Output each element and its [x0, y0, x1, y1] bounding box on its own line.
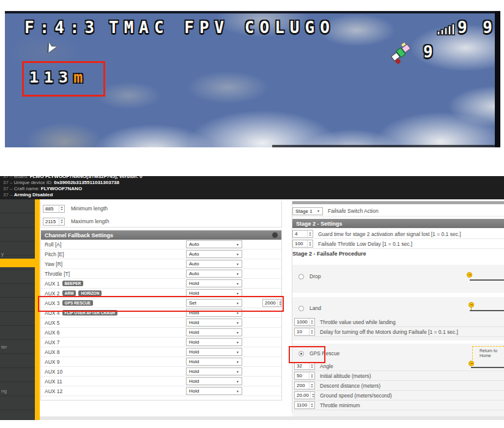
channel-label: Roll [A] — [45, 242, 61, 248]
sidebar-tab-fragment[interactable]: ng — [1, 388, 7, 394]
panel-title: Channel Fallback Settings — [45, 232, 113, 238]
fallback-mode-select[interactable]: Hold▼ — [186, 387, 242, 395]
fallback-mode-select[interactable]: Hold▼ — [186, 377, 242, 385]
fallback-mode-select[interactable]: Hold▼ — [186, 319, 242, 327]
panel-title: Stage 2 - Settings — [296, 221, 343, 227]
ground-line — [470, 279, 504, 281]
chevron-down-icon: ▼ — [236, 370, 239, 374]
channel-fallback-header: Channel Fallback Settings — [41, 231, 281, 240]
mode-badge: BEEPER — [62, 281, 84, 286]
land-delay-label: Delay for turning off the Motors during … — [320, 329, 458, 335]
sidebar-tab-fragment[interactable]: y — [1, 251, 4, 257]
max-length-label: Maximum length — [71, 218, 109, 224]
fallback-mode-select[interactable]: Hold▼ — [186, 279, 242, 287]
table-row: AUX 8 Hold▼ — [41, 347, 281, 357]
gear-icon[interactable] — [272, 232, 278, 238]
table-row: AUX 12 Hold▼ — [41, 386, 281, 396]
input-value: 1000 — [297, 319, 308, 325]
descent-distance-input[interactable]: 200 ▲▼ — [294, 382, 315, 389]
stepper-arrows-icon[interactable]: ▲▼ — [307, 231, 313, 237]
table-row: AUX 7 Hold▼ — [41, 338, 281, 347]
stepper-arrows-icon[interactable]: ▲▼ — [59, 205, 64, 212]
ground-speed-row: 20.00 ▲▼ Ground speed (meters/second) — [294, 391, 504, 400]
select-value: Auto — [189, 271, 199, 276]
channel-label: AUX 10 — [45, 369, 62, 375]
fallback-mode-select[interactable]: Hold▼ — [186, 338, 242, 346]
land-throttle-input[interactable]: 1000 ▲▼ — [294, 318, 315, 326]
table-row: Roll [A] Auto▼ — [41, 240, 281, 249]
throttle-low-delay-input[interactable]: 100 ▲▼ — [292, 240, 313, 248]
tab-sidebar: y ter ng — [0, 199, 35, 420]
video-edge-right — [495, 11, 500, 147]
fallback-mode-select[interactable]: Hold▼ — [186, 358, 242, 366]
land-radio[interactable] — [298, 306, 304, 311]
stepper-arrows-icon[interactable]: ▲▼ — [309, 402, 314, 408]
stepper-arrows-icon[interactable]: ▲▼ — [310, 392, 316, 399]
min-length-row: 885 ▲▼ Minimum length — [41, 203, 281, 214]
fallback-mode-select[interactable]: Auto▼ — [186, 240, 242, 248]
chevron-down-icon: ▼ — [236, 253, 239, 256]
stepper-arrows-icon[interactable]: ▲▼ — [309, 372, 314, 379]
failsafe-procedure-title: Stage 2 - Failsafe Procedure — [292, 251, 366, 257]
select-value: Hold — [189, 281, 199, 286]
mode-badge: ARM — [62, 290, 76, 296]
stepper-arrows-icon[interactable]: ▲▼ — [59, 218, 64, 225]
chevron-down-icon: ▼ — [236, 321, 239, 325]
initial-altitude-input[interactable]: 50 ▲▼ — [294, 372, 315, 380]
table-row: AUX 1 BEEPER Hold▼ — [41, 279, 281, 289]
mode-badge: HORIZON — [78, 290, 102, 296]
stepper-arrows-icon[interactable]: ▲▼ — [309, 363, 314, 369]
home-direction-arrow-icon: ➤ — [41, 40, 61, 57]
table-row: Throttle [T] Auto▼ — [41, 269, 281, 279]
stepper-arrows-icon[interactable]: ▲▼ — [309, 328, 314, 335]
stepper-arrows-icon[interactable]: ▲▼ — [307, 240, 313, 247]
failsafe-switch-action-select[interactable]: Stage 1▼ — [292, 207, 323, 215]
fallback-mode-select[interactable]: Auto▼ — [186, 260, 242, 268]
channel-label: Pitch [E] — [45, 251, 64, 257]
sidebar-tab-fragment[interactable]: ter — [1, 344, 7, 350]
drone-marker-icon — [467, 272, 472, 278]
drone-marker-icon — [469, 361, 474, 366]
table-row: AUX 5 Hold▼ — [41, 318, 281, 328]
stepper-arrows-icon[interactable]: ▲▼ — [309, 319, 314, 325]
fallback-mode-select[interactable]: Auto▼ — [186, 250, 242, 258]
max-length-input[interactable]: 2115 ▲▼ — [43, 218, 65, 226]
osd-rssi-value: 9 9 — [458, 18, 495, 37]
table-row: AUX 11 Hold▼ — [41, 377, 281, 386]
land-delay-input[interactable]: 10 ▲▼ — [294, 328, 315, 336]
signal-bars-icon — [437, 23, 456, 38]
fallback-mode-select[interactable]: Hold▼ — [186, 348, 242, 356]
select-value: Hold — [189, 349, 199, 355]
initial-altitude-label: Initial altitude (meters) — [320, 373, 371, 379]
chevron-down-icon: ▼ — [236, 341, 239, 344]
table-row: AUX 9 Hold▼ — [41, 357, 281, 367]
select-value: Auto — [189, 242, 199, 247]
chevron-down-icon: ▼ — [236, 331, 239, 334]
sidebar-active-tab-failsafe[interactable] — [0, 259, 35, 267]
select-value: Hold — [189, 339, 199, 345]
stage1-row: Stage 1▼ Failsafe Switch Action — [292, 206, 504, 216]
fallback-mode-select[interactable]: Hold▼ — [186, 367, 242, 375]
drop-label: Drop — [309, 273, 321, 279]
min-length-input[interactable]: 885 ▲▼ — [43, 205, 65, 213]
guard-time-input[interactable]: 4 ▲▼ — [292, 230, 313, 238]
channel-label: AUX 11 — [45, 378, 62, 385]
input-value: 1100 — [297, 402, 308, 408]
land-throttle-row: 1000 ▲▼ Throttle value used while landin… — [294, 317, 504, 327]
channel-label: AUX 1 — [45, 281, 60, 287]
log-line-arming: 37 – Arming Disabled — [3, 192, 504, 198]
screenshot-root: F:4:3 TMAC FPV COLUGO 9 9 — [0, 0, 504, 428]
select-value: Stage 1 — [295, 208, 313, 214]
fallback-mode-select[interactable]: Auto▼ — [186, 270, 242, 278]
throttle-minimum-row: 1100 ▲▼ Throttle minimum — [294, 400, 504, 410]
osd-satellite-count: 9 — [423, 43, 433, 61]
annotation-box-aux3 — [38, 296, 284, 312]
stepper-arrows-icon[interactable]: ▲▼ — [309, 382, 314, 389]
fallback-mode-select[interactable]: Hold▼ — [186, 328, 242, 336]
channel-label: AUX 2 — [45, 290, 60, 297]
table-row: AUX 6 Hold▼ — [41, 328, 281, 338]
select-value: Hold — [189, 359, 199, 364]
throttle-minimum-input[interactable]: 1100 ▲▼ — [294, 401, 315, 409]
ground-speed-input[interactable]: 20.00 ▲▼ — [294, 391, 315, 399]
drop-radio[interactable] — [298, 274, 304, 279]
